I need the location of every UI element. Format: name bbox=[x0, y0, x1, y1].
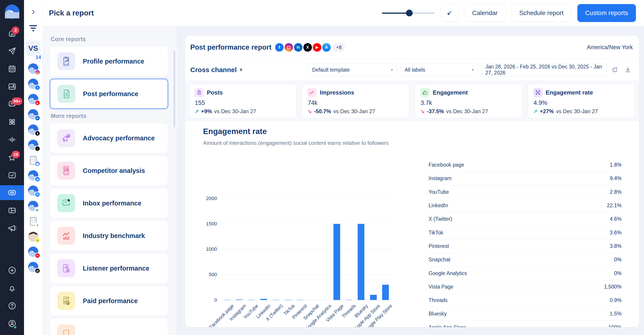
section-description: Amount of interactions (engagement) soci… bbox=[203, 140, 622, 146]
sidebar-item-advocacy[interactable] bbox=[0, 219, 24, 237]
profile-avatar-linkedin[interactable]: in bbox=[28, 109, 38, 119]
y-axis-tick: 0 bbox=[203, 297, 217, 303]
sidebar-item-tasks[interactable] bbox=[0, 166, 24, 184]
listening-icon bbox=[8, 135, 16, 144]
profile-avatar-threads[interactable]: @ bbox=[28, 262, 38, 272]
download-button[interactable] bbox=[623, 65, 633, 75]
bar-instagram bbox=[236, 299, 242, 300]
sidebar-item-connections[interactable] bbox=[0, 113, 24, 131]
report-option-profile-performance[interactable]: Profile performance bbox=[50, 46, 168, 76]
report-option-label: Industry benchmark bbox=[83, 232, 145, 240]
report-option-competitor-analysis[interactable]: Competitor analysis bbox=[50, 156, 168, 186]
stat-label: Posts bbox=[207, 89, 223, 96]
sidebar-item-home[interactable]: 3 bbox=[0, 24, 24, 42]
stat-value: 4.9% bbox=[534, 100, 630, 106]
report-option-advocacy-performance[interactable]: Advocacy performance bbox=[50, 123, 168, 153]
profile-avatar-app-store[interactable]: A bbox=[28, 185, 38, 196]
row-label: LinkedIn bbox=[428, 203, 448, 209]
bluesky-icon: w bbox=[35, 176, 40, 182]
sidebar-item-notifications[interactable] bbox=[0, 279, 24, 297]
sidebar-item-inbox[interactable]: 99+ bbox=[0, 95, 24, 113]
profile-avatar-x[interactable]: X bbox=[28, 124, 38, 135]
sidebar-nav-bottom bbox=[0, 261, 24, 332]
refresh-icon bbox=[612, 67, 618, 73]
row-value: 4.6% bbox=[610, 216, 622, 222]
instagram-icon: ◻ bbox=[284, 43, 293, 52]
sidebar-item-reviews[interactable]: 16 bbox=[0, 148, 24, 166]
sidebar-item-media[interactable] bbox=[0, 78, 24, 95]
table-row-linkedin: LinkedIn22.1% bbox=[428, 199, 622, 212]
profile-avatar-youtube[interactable]: ▶ bbox=[28, 94, 38, 104]
sidebar-item-profile[interactable] bbox=[0, 314, 24, 332]
report-picker-panel: Core reportsProfile performancePost perf… bbox=[43, 26, 177, 335]
report-option-partial[interactable] bbox=[50, 318, 168, 335]
workspace-avatar[interactable]: VS 14 bbox=[26, 41, 40, 56]
trend-up-icon: ↗ bbox=[533, 108, 538, 115]
share-icon bbox=[535, 90, 541, 95]
profile-avatar-tiktok[interactable]: ♪ bbox=[28, 140, 38, 150]
facebook-icon: f bbox=[35, 85, 40, 90]
stat-delta: +27% bbox=[540, 108, 554, 115]
profile-avatar-google-play[interactable]: ▶ bbox=[28, 201, 38, 211]
slider-thumb[interactable] bbox=[406, 10, 413, 17]
sidebar-item-dashboards[interactable] bbox=[0, 201, 24, 219]
sidebar-item-help[interactable] bbox=[0, 297, 24, 314]
sidebar-item-reports[interactable] bbox=[0, 185, 24, 200]
row-label: TikTok bbox=[428, 230, 444, 236]
expand-view-button[interactable] bbox=[440, 4, 458, 22]
report-option-listener-performance[interactable]: Listener performance bbox=[50, 253, 168, 283]
report-option-label: Paid performance bbox=[83, 297, 138, 305]
date-range-field[interactable]: Jan 28, 2026 - Feb 25, 2026 vs Dec 30, 2… bbox=[481, 63, 607, 76]
linkedin-icon: in bbox=[294, 43, 302, 52]
report-option-label: Profile performance bbox=[83, 58, 144, 65]
sidebar-item-calendar[interactable] bbox=[0, 60, 24, 78]
sidebar-item-add[interactable] bbox=[0, 261, 24, 279]
refresh-button[interactable] bbox=[610, 65, 620, 75]
table-row-vista-page: Vista Page1,500% bbox=[428, 280, 622, 294]
zoom-slider[interactable] bbox=[382, 10, 435, 17]
x-icon: X bbox=[35, 131, 40, 136]
x-icon: X bbox=[304, 43, 312, 52]
table-row-facebook-page: Facebook page1.8% bbox=[428, 158, 622, 172]
row-label: Snapchat bbox=[428, 257, 450, 263]
more-networks-pill[interactable]: +8 bbox=[333, 43, 345, 52]
schedule-report-button[interactable]: Schedule report bbox=[512, 4, 572, 22]
profile-avatar-pinterest[interactable]: P bbox=[28, 246, 38, 257]
stat-value: 155 bbox=[195, 100, 291, 106]
google-analytics-icon: ▮ bbox=[35, 222, 40, 228]
pinterest-icon: P bbox=[35, 253, 40, 258]
sidebar-item-listening[interactable] bbox=[0, 131, 24, 148]
profile-avatar-google-analytics[interactable]: ▮ bbox=[28, 216, 38, 226]
report-option-inbox-performance[interactable]: Inbox performance bbox=[50, 188, 168, 218]
vista-social-logo[interactable] bbox=[5, 5, 19, 19]
filter-profiles-icon[interactable] bbox=[29, 25, 38, 32]
report-option-post-performance[interactable]: Post performance bbox=[50, 79, 168, 109]
expand-panel-button[interactable] bbox=[28, 7, 38, 17]
labels-select[interactable]: All labels▾ bbox=[400, 63, 478, 76]
google-play-icon: ▶ bbox=[35, 207, 40, 212]
table-row-pinterest: Pinterest3.8% bbox=[428, 240, 622, 253]
profile-avatar-snapchat[interactable]: 👻 bbox=[28, 231, 38, 242]
post-doc-icon bbox=[58, 85, 76, 103]
picker-scrollbar[interactable] bbox=[174, 51, 175, 127]
calendar-button[interactable]: Calendar bbox=[464, 4, 506, 22]
report-option-industry-benchmark[interactable]: Industry benchmark bbox=[50, 221, 168, 251]
profile-avatar-facebook[interactable]: f bbox=[28, 79, 38, 89]
profile-avatar-instagram[interactable]: ◻ bbox=[28, 63, 38, 74]
row-value: 0% bbox=[614, 257, 622, 263]
row-value: 0% bbox=[614, 270, 622, 276]
template-select[interactable]: Default template▾ bbox=[308, 63, 397, 76]
table-row-threads: Threads0.9% bbox=[428, 294, 622, 307]
custom-reports-button[interactable]: Custom reports bbox=[577, 4, 636, 22]
cross-channel-dropdown[interactable]: Cross channel▾ bbox=[190, 66, 242, 74]
snapchat-icon: 👻 bbox=[35, 238, 40, 243]
online-status-dot bbox=[14, 325, 17, 329]
profile-avatar-bluesky[interactable]: w bbox=[28, 170, 38, 181]
profile-avatar-google-business[interactable]: ▣ bbox=[28, 155, 38, 165]
report-option-paid-performance[interactable]: Paid performance bbox=[50, 286, 168, 316]
sidebar-item-send[interactable] bbox=[0, 42, 24, 60]
stat-label: Impressions bbox=[320, 89, 354, 96]
report-option-label: Post performance bbox=[83, 90, 138, 98]
scatter-icon bbox=[309, 90, 315, 95]
competitor-phone-icon bbox=[57, 162, 75, 180]
